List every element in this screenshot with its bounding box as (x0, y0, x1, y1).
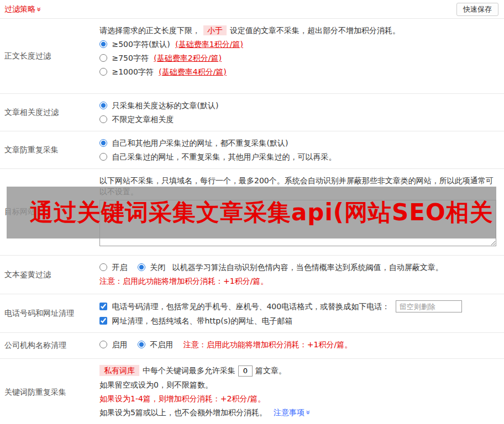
keyword-count-input[interactable] (238, 365, 253, 377)
company-radio-off[interactable] (138, 341, 145, 348)
quick-save-button[interactable]: 快速保存 (456, 3, 498, 16)
dedupe-filter-label: 文章防重复采集 (0, 131, 95, 168)
watermark-overlay: 通过关键词采集文章采集api(网站SEO相关 (7, 187, 496, 239)
length-intro-after: 设定值的文章不采集，超出部分不增加积分消耗。 (230, 26, 400, 35)
row-dedupe-filter: 文章防重复采集 自己和其他用户采集过的网址，都不重复采集(默认) 自己采集过的网… (0, 131, 504, 169)
phone-cleanup-text: 电话号码清理，包括常见的手机号、座机号、400电话格式，或替换成如下电话： (112, 302, 390, 311)
dedupe-option-all-users-text: 自己和其他用户采集过的网址，都不重复采集(默认) (112, 139, 288, 147)
phone-url-cleanup-label: 电话号码和网址清理 (0, 294, 95, 332)
length-radio-750[interactable] (99, 54, 107, 62)
porn-filter-note: 注意：启用此功能将增加积分消耗：+1积分/篇。 (99, 275, 497, 287)
company-option-on[interactable]: 启用 (99, 340, 130, 349)
length-option-500-text: ≥500字符(默认) (112, 40, 170, 49)
keyword-line2: 如果留空或设为0，则不限篇数。 (99, 379, 497, 390)
watermark-text: 通过关键词采集文章采集api(网站SEO相关 (30, 197, 494, 228)
dedupe-option-self-only[interactable]: 自己采集过的网址，不重复采集，其他用户采集过的，可以再采。 (99, 152, 336, 161)
length-option-1000[interactable]: ≥1000字符 (基础费率4积分/篇) (99, 67, 227, 76)
keyword-line1-mid: 中每个关键词最多允许采集 (143, 366, 235, 375)
length-radio-1000[interactable] (99, 68, 107, 76)
row-relevance-filter: 文章相关度过滤 只采集相关度达标的文章(默认) 不限定文章相关度 (0, 94, 504, 131)
porn-filter-label: 文本鉴黄过滤 (0, 256, 95, 294)
row-length-filter: 正文长度过滤 请选择需求的正文长度下限，小于设定值的文章不采集，超出部分不增加积… (0, 19, 504, 94)
chevron-down-icon: » (305, 410, 312, 415)
keyword-line4: 如果设为5篇或以上，也不会额外增加积分消耗。 (99, 408, 267, 417)
length-intro: 请选择需求的正文长度下限，小于设定值的文章不采集，超出部分不增加积分消耗。 (99, 25, 497, 36)
company-cleanup-label: 公司机构名称清理 (0, 333, 95, 358)
porn-option-off[interactable]: 关闭 (138, 263, 168, 272)
url-cleanup-option[interactable]: 网址清理，包括纯域名、带http(s)的网址、电子邮箱 (99, 316, 292, 325)
length-intro-before: 请选择需求的正文长度下限， (99, 26, 200, 35)
less-than-highlight: 小于 (203, 25, 227, 35)
length-option-750-text: ≥750字符 (112, 54, 148, 62)
relevance-filter-label: 文章相关度过滤 (0, 94, 95, 131)
page-title-text: 过滤策略 (4, 4, 35, 14)
chevron-down-icon: » (35, 7, 43, 12)
relevance-option-any[interactable]: 不限定文章相关度 (99, 115, 174, 124)
porn-radio-on[interactable] (99, 263, 107, 271)
relevance-option-strict[interactable]: 只采集相关度达标的文章(默认) (99, 101, 218, 110)
dedupe-option-all-users[interactable]: 自己和其他用户采集过的网址，都不重复采集(默认) (99, 139, 288, 147)
keyword-dedupe-label: 关键词防重复采集 (0, 359, 95, 424)
page-title[interactable]: 过滤策略 » (4, 4, 42, 14)
company-option-off[interactable]: 不启用 (138, 340, 176, 349)
porn-filter-desc: 以机器学习算法自动识别色情内容，当色情概率达到系统阈值，自动屏蔽文章。 (172, 263, 443, 272)
keyword-line1-end: 篇文章。 (255, 366, 286, 375)
url-cleanup-text: 网址清理，包括纯域名、带http(s)的网址、电子邮箱 (112, 316, 292, 325)
porn-radio-off[interactable] (138, 263, 145, 271)
dedupe-radio-self-only[interactable] (99, 153, 107, 161)
relevance-radio-any[interactable] (99, 115, 107, 123)
phone-cleanup-checkbox[interactable] (99, 303, 107, 310)
company-option-on-text: 启用 (112, 340, 127, 349)
length-option-750-fee: (基础费率2积分/篇) (154, 54, 222, 62)
row-company-cleanup: 公司机构名称清理 启用 不启用 注意：启用此功能将增加积分消耗：+1积分/篇。 (0, 333, 504, 359)
row-phone-url-cleanup: 电话号码和网址清理 电话号码清理，包括常见的手机号、座机号、400电话格式，或替… (0, 294, 504, 333)
length-filter-label: 正文长度过滤 (0, 19, 95, 93)
phone-cleanup-option[interactable]: 电话号码清理，包括常见的手机号、座机号、400电话格式，或替换成如下电话： (99, 302, 392, 311)
length-option-500[interactable]: ≥500字符(默认) (基础费率1积分/篇) (99, 40, 243, 49)
private-lexicon-tag: 私有词库 (99, 365, 139, 376)
notice-link-text: 注意事项 (274, 408, 305, 417)
topbar: 过滤策略 » 快速保存 (0, 0, 504, 19)
porn-option-off-text: 关闭 (150, 263, 165, 272)
keyword-line3: 如果设为1-4篇，则增加积分消耗：+2积分/篇。 (99, 393, 497, 404)
row-porn-filter: 文本鉴黄过滤 开启 关闭 以机器学习算法自动识别色情内容，当色情概率达到系统阈值… (0, 256, 504, 294)
porn-option-on-text: 开启 (112, 263, 127, 272)
notice-link[interactable]: 注意事项» (274, 408, 311, 417)
dedupe-option-self-only-text: 自己采集过的网址，不重复采集，其他用户采集过的，可以再采。 (112, 152, 336, 161)
replacement-phone-input[interactable] (396, 300, 462, 312)
length-radio-500[interactable] (99, 40, 107, 48)
company-cleanup-note: 注意：启用此功能将增加积分消耗：+1积分/篇。 (183, 340, 352, 349)
relevance-option-any-text: 不限定文章相关度 (112, 115, 174, 124)
porn-option-on[interactable]: 开启 (99, 263, 130, 272)
relevance-radio-strict[interactable] (99, 102, 107, 109)
company-radio-on[interactable] (99, 341, 107, 348)
relevance-option-strict-text: 只采集相关度达标的文章(默认) (112, 101, 218, 110)
url-cleanup-checkbox[interactable] (99, 317, 107, 325)
row-keyword-dedupe: 关键词防重复采集 私有词库中每个关键词最多允许采集篇文章。 如果留空或设为0，则… (0, 359, 504, 424)
length-option-750[interactable]: ≥750字符 (基础费率2积分/篇) (99, 54, 222, 62)
length-option-1000-text: ≥1000字符 (112, 67, 153, 76)
length-option-1000-fee: (基础费率4积分/篇) (159, 67, 227, 76)
company-option-off-text: 不启用 (150, 340, 173, 349)
length-option-500-fee: (基础费率1积分/篇) (175, 40, 243, 49)
dedupe-radio-all-users[interactable] (99, 139, 107, 147)
